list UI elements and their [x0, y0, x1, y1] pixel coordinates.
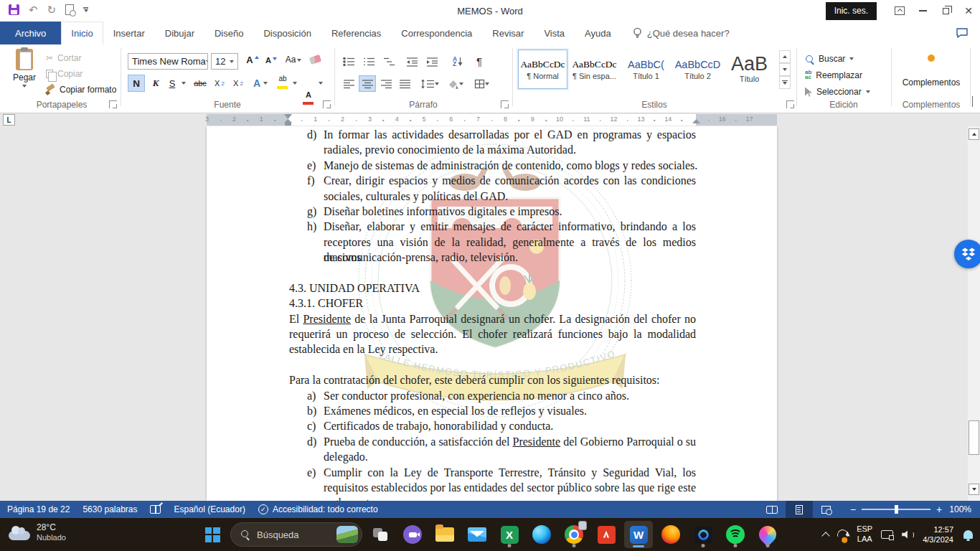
- customize-qat-icon[interactable]: [83, 7, 88, 11]
- style-card[interactable]: AaBTítulo: [725, 50, 774, 89]
- document-line[interactable]: g)Diseñar boletines informativos digital…: [207, 204, 777, 219]
- multilevel-list-button[interactable]: [380, 53, 397, 70]
- scroll-down-button[interactable]: [969, 484, 979, 495]
- search-box[interactable]: Búsqueda: [230, 522, 362, 547]
- hidden-icons-chevron[interactable]: [821, 532, 829, 540]
- tab-referencias[interactable]: Referencias: [321, 22, 391, 44]
- document-line[interactable]: delegado.: [207, 449, 777, 464]
- document-line[interactable]: b)Exámenes médicos, en especial los de r…: [207, 403, 777, 418]
- mail-app-button[interactable]: [463, 521, 491, 548]
- pdf-app-button[interactable]: [592, 521, 621, 548]
- font-family-combo[interactable]: Times New Roma: [128, 53, 208, 70]
- document-line[interactable]: requerirá un proceso de selección. El ch…: [207, 326, 777, 342]
- tab-insertar[interactable]: Insertar: [103, 22, 155, 44]
- align-left-button[interactable]: [340, 75, 357, 92]
- paste-button[interactable]: Pegar: [6, 49, 43, 99]
- font-color-button[interactable]: A: [301, 90, 316, 106]
- underline-button[interactable]: S: [165, 75, 179, 92]
- weather-widget[interactable]: 28°CNublado: [9, 522, 66, 543]
- document-line[interactable]: requisitos establecidos por las entidade…: [207, 480, 777, 495]
- vertical-scrollbar[interactable]: [968, 126, 980, 501]
- sort-button[interactable]: AZ: [448, 53, 468, 70]
- sync-status-icon[interactable]: [836, 527, 850, 542]
- addins-button[interactable]: Complementos: [895, 55, 967, 88]
- zoom-percentage[interactable]: 100%: [949, 504, 971, 514]
- read-mode-button[interactable]: [758, 501, 786, 518]
- sign-in-button[interactable]: Inic. ses.: [826, 2, 877, 20]
- tab-disposición[interactable]: Disposición: [253, 22, 321, 44]
- document-line[interactable]: d)Prueba de conducción, a satisfacción d…: [207, 434, 777, 449]
- style-card[interactable]: AaBbCcDc¶ Sin espa...: [570, 50, 619, 89]
- document-line[interactable]: sociales, culturales y políticas del GAD…: [207, 189, 777, 204]
- text-effects-button[interactable]: A: [253, 75, 268, 92]
- line-spacing-button[interactable]: [419, 75, 440, 92]
- file-explorer-button[interactable]: [430, 521, 459, 548]
- styles-scroll-down-button[interactable]: [779, 63, 791, 76]
- document-line[interactable]: c)Certificados de trabajo, honorabilidad…: [207, 418, 777, 433]
- styles-more-button[interactable]: [779, 76, 791, 89]
- styles-scroll-up-button[interactable]: [779, 50, 791, 63]
- font-dialog-launcher[interactable]: [323, 100, 331, 108]
- italic-button[interactable]: K: [148, 75, 164, 92]
- document-line[interactable]: Para la contratación del chofer, este de…: [207, 372, 777, 387]
- zoom-slider-thumb[interactable]: [895, 505, 898, 514]
- edge-app-button[interactable]: [527, 521, 556, 548]
- task-view-button[interactable]: [366, 521, 395, 548]
- document-line[interactable]: e)Manejo de sistemas de administración d…: [207, 158, 777, 173]
- webex-app-button[interactable]: [689, 521, 717, 548]
- grow-font-button[interactable]: A: [244, 53, 261, 70]
- underline-dropdown[interactable]: [179, 75, 188, 92]
- document-line[interactable]: d)In formar las actividades desarrollada…: [207, 127, 777, 142]
- keyboard-language[interactable]: ESPLAA: [857, 524, 872, 545]
- paragraph-dialog-launcher[interactable]: [501, 100, 509, 108]
- word-count[interactable]: 5630 palabras: [83, 504, 137, 514]
- document-line[interactable]: f)Crear, dirigir espacios y medios de co…: [207, 173, 777, 188]
- restore-button[interactable]: [934, 0, 957, 22]
- document-line[interactable]: 4.3.1. CHOFER: [207, 296, 777, 311]
- document-line[interactable]: h)Diseñar, elaborar y emitir mensajes de…: [207, 219, 777, 234]
- increase-indent-button[interactable]: [423, 53, 440, 70]
- excel-app-button[interactable]: X: [495, 521, 524, 548]
- document-line[interactable]: establecida en la Ley respectiva.: [207, 342, 777, 357]
- find-button[interactable]: Buscar: [805, 52, 854, 66]
- align-right-button[interactable]: [377, 75, 395, 92]
- web-layout-button[interactable]: [813, 501, 840, 518]
- spotify-app-button[interactable]: [721, 521, 750, 548]
- clock[interactable]: 12:574/3/2024: [923, 524, 953, 545]
- style-card[interactable]: AaBbC(Título 1: [621, 50, 671, 89]
- document-line[interactable]: El Presidente de la Junta Parroquial des…: [207, 311, 777, 326]
- styles-dialog-launcher[interactable]: [786, 100, 794, 108]
- notifications-bell-icon[interactable]: [963, 530, 973, 539]
- volume-icon[interactable]: [902, 530, 914, 539]
- strikethrough-button[interactable]: abc: [191, 75, 209, 92]
- document-page[interactable]: VALLE HERMOSO TURÍSTICO Y PRODUCTIVO d)I…: [207, 126, 777, 501]
- tab-vista[interactable]: Vista: [534, 22, 575, 44]
- scrollbar-thumb[interactable]: [969, 420, 979, 455]
- page-indicator[interactable]: Página 19 de 22: [7, 504, 70, 514]
- tell-me-box[interactable]: ¿Qué desea hacer?: [633, 22, 730, 44]
- select-button[interactable]: Seleccionar: [805, 85, 870, 99]
- subscript-button[interactable]: X2: [211, 75, 228, 92]
- copy-button[interactable]: Copiar: [46, 66, 116, 82]
- tab-diseño[interactable]: Diseño: [204, 22, 253, 44]
- proofing-status[interactable]: [150, 505, 161, 514]
- document-line[interactable]: reglamento; y: [207, 495, 777, 501]
- superscript-button[interactable]: X2: [230, 75, 247, 92]
- search-highlight-thumbnail[interactable]: [336, 526, 358, 543]
- show-marks-button[interactable]: ¶: [471, 53, 488, 70]
- left-indent-marker[interactable]: [285, 123, 291, 126]
- document-line[interactable]: e)Cumplir con la Ley de Transporte Terre…: [207, 465, 777, 480]
- borders-button[interactable]: [471, 75, 492, 92]
- redo-icon[interactable]: ↻: [47, 4, 57, 15]
- shading-button[interactable]: [445, 75, 466, 92]
- font-size-combo[interactable]: 12: [211, 53, 238, 70]
- print-preview-icon[interactable]: [65, 4, 74, 15]
- bold-button[interactable]: N: [128, 75, 145, 92]
- cut-button[interactable]: ✂Cortar: [46, 50, 116, 66]
- align-center-button[interactable]: [359, 75, 376, 92]
- network-icon[interactable]: [881, 530, 893, 539]
- empty-line[interactable]: [207, 357, 777, 372]
- bullets-button[interactable]: [340, 53, 357, 70]
- decrease-indent-button[interactable]: [403, 53, 420, 70]
- chrome-app-button[interactable]: [560, 521, 588, 548]
